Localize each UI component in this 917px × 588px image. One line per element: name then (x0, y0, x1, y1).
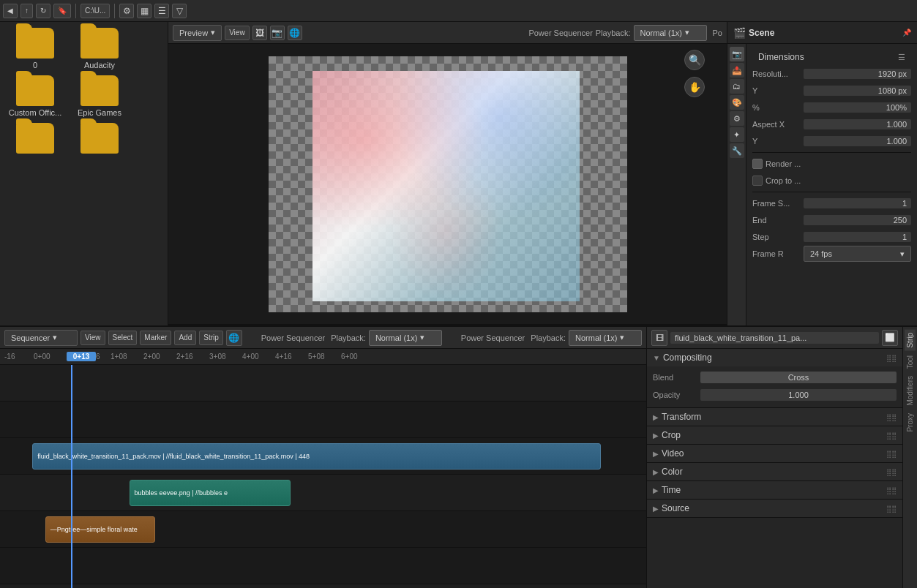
track-strip-bubbles[interactable]: bubbles eevee.png | //bubbles e (130, 480, 291, 506)
list-item[interactable]: Audacity (70, 28, 129, 69)
track-strip-floral[interactable]: —Pngtree—simple floral wate (45, 516, 155, 543)
time-drag: ⣿⣿ (886, 486, 897, 494)
video-arrow: ▶ (653, 450, 659, 458)
playback-dropdown2[interactable]: Normal (1x) ▾ (569, 330, 642, 346)
scene-header: 🎬 Scene 📌 (727, 22, 917, 44)
nav-bookmark-button[interactable]: 🔖 (53, 4, 71, 18)
pin-icon[interactable]: 📌 (902, 29, 911, 37)
playback-dropdown-arrow: ▾ (685, 28, 689, 37)
resolution-y-row: Y 1080 px (752, 83, 911, 99)
add-menu-button[interactable]: Add (174, 331, 196, 345)
list-item[interactable]: Custom Offic... (6, 75, 64, 117)
crop-arrow: ▶ (653, 431, 659, 440)
seq-playback-label: Playback: (331, 333, 366, 342)
end-value[interactable]: 250 (804, 215, 911, 225)
camera-icon[interactable]: 📷 (270, 26, 285, 40)
sequencer-toolbar: Sequencer ▾ View Select Marker Add Strip… (0, 327, 646, 349)
filter-icon[interactable]: ⚙ (119, 4, 134, 18)
list-item[interactable] (70, 123, 129, 156)
strip-filename: fluid_black_white_transition_11_pa... (670, 332, 879, 344)
preview-area: 🔍 ✋ (168, 44, 727, 324)
transform-section: ▶ Transform ⣿⣿ (647, 408, 902, 426)
frame-rate-label: Frame R (752, 249, 804, 258)
preview-dropdown[interactable]: Preview ▾ (173, 25, 222, 41)
power-sequencer-label: Power Sequencer (528, 29, 592, 37)
source-section: ▶ Source ⣿⣿ (647, 500, 902, 518)
tools-icon[interactable]: 🔧 (730, 143, 744, 158)
opacity-value[interactable]: 1.000 (700, 389, 897, 401)
cam-icon[interactable]: 📷 (730, 47, 744, 61)
nav-up-button[interactable]: ↑ (20, 4, 33, 18)
color-icon[interactable]: 🎨 (730, 95, 744, 110)
list-icon[interactable]: ☰ (154, 4, 169, 18)
list-item[interactable] (6, 123, 64, 156)
step-value[interactable]: 1 (804, 232, 911, 242)
globe-seq-icon[interactable]: 🌐 (226, 330, 242, 346)
blend-dropdown[interactable]: Cross (700, 372, 897, 383)
time-mark: 2+00 (143, 353, 176, 361)
source-section-header[interactable]: ▶ Source ⣿⣿ (647, 500, 902, 517)
transform-section-header[interactable]: ▶ Transform ⣿⣿ (647, 408, 902, 426)
video-section-header[interactable]: ▶ Video ⣿⣿ (647, 445, 902, 462)
sequencer-dropdown[interactable]: Sequencer ▾ (4, 330, 78, 346)
proxy-tab[interactable]: Proxy (905, 410, 916, 435)
compositing-section-header[interactable]: ▼ Compositing ⣿⣿ (647, 349, 902, 366)
playback-speed-dropdown[interactable]: Normal (1x) ▾ (634, 25, 707, 41)
nav-back-button[interactable]: ◀ (3, 4, 18, 18)
list-options-icon[interactable]: ☰ (898, 53, 905, 62)
strip-menu-button[interactable]: Strip (199, 331, 223, 345)
view-menu-button[interactable]: View (81, 331, 105, 345)
path-button[interactable]: C:\U... (81, 4, 110, 18)
aspect-x-value[interactable]: 1.000 (804, 119, 911, 129)
frame-start-value[interactable]: 1 (804, 198, 911, 208)
render-row: Render ... (752, 156, 911, 172)
top-bar: ◀ ↑ ↻ 🔖 C:\U... ⚙ ▦ ☰ ▽ (0, 0, 917, 22)
transform-title: Transform (662, 412, 701, 422)
list-item[interactable]: 0 (6, 28, 64, 69)
zoom-button[interactable]: 🔍 (684, 50, 705, 70)
pan-button[interactable]: ✋ (684, 77, 705, 97)
time-mark: 5+08 (308, 353, 341, 361)
folder-icon (16, 28, 54, 59)
resolution-x-value[interactable]: 1920 px (804, 69, 911, 79)
color-section-header[interactable]: ▶ Color ⣿⣿ (647, 463, 902, 480)
frame-rate-dropdown[interactable]: 24 fps ▾ (804, 246, 911, 262)
tool-tab[interactable]: Tool (905, 353, 916, 372)
select-menu-button[interactable]: Select (108, 331, 138, 345)
maximize-icon[interactable]: ⬜ (882, 330, 898, 346)
folder-icon (16, 75, 54, 106)
resolution-y-value[interactable]: 1080 px (804, 86, 911, 96)
strip-tab[interactable]: Strip (905, 330, 916, 351)
settings-icon[interactable]: ⚙ (730, 111, 744, 126)
time-section-header[interactable]: ▶ Time ⣿⣿ (647, 481, 902, 499)
view-layer-icon[interactable]: 🗂 (730, 79, 744, 94)
particles-icon[interactable]: ✦ (730, 127, 744, 142)
dimensions-header: Dimensions ☰ (752, 48, 911, 66)
seq-playback-dropdown[interactable]: Normal (1x) ▾ (369, 330, 442, 346)
crop-section-header[interactable]: ▶ Crop ⣿⣿ (647, 426, 902, 444)
crop-to-checkbox[interactable] (752, 176, 763, 186)
time-title: Time (662, 485, 681, 495)
globe-icon[interactable]: 🌐 (288, 26, 302, 40)
time-mark: 2+16 (176, 353, 209, 361)
percent-value[interactable]: 100% (804, 102, 911, 113)
nav-refresh-button[interactable]: ↻ (36, 4, 50, 18)
file-browser-panel: 0 Audacity Custom Offic... Epic Games (0, 22, 168, 325)
folder-icon (16, 123, 54, 154)
view-button[interactable]: View (225, 26, 250, 40)
render-checkbox[interactable] (752, 159, 763, 169)
marker-menu-button[interactable]: Marker (140, 331, 171, 345)
track-lane-2 (0, 402, 646, 438)
grid-icon[interactable]: ▦ (137, 4, 151, 18)
aspect-y-value[interactable]: 1.000 (804, 136, 911, 146)
output-icon[interactable]: 📤 (730, 63, 744, 78)
seq-properties-header: 🎞 fluid_black_white_transition_11_pa... … (647, 327, 902, 349)
filter-btn[interactable]: ▽ (172, 4, 187, 18)
separator2 (114, 4, 115, 18)
track-strip-fluid[interactable]: fluid_black_white_transition_11_pack.mov… (32, 443, 601, 470)
list-item[interactable]: Epic Games (70, 75, 129, 117)
scene-title: Scene (749, 28, 774, 38)
file-label: Custom Offic... (9, 108, 62, 117)
modifiers-tab[interactable]: Modifiers (905, 373, 916, 409)
image-icon[interactable]: 🖼 (252, 26, 267, 40)
